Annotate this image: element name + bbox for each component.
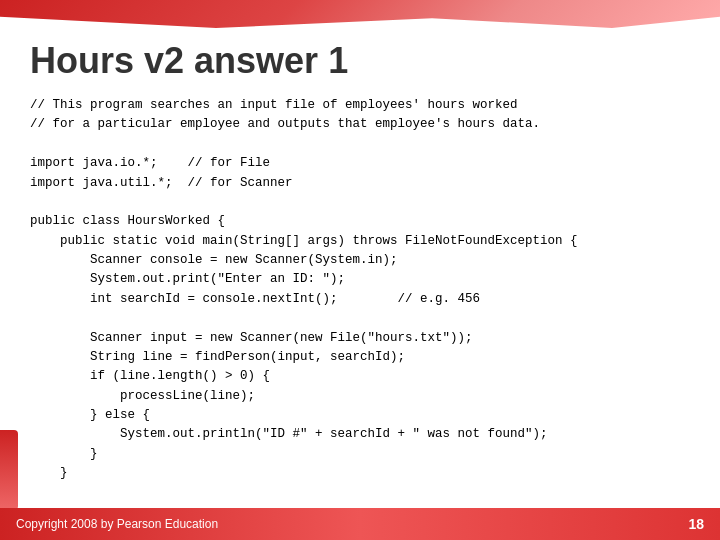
bottom-bar: Copyright 2008 by Pearson Education bbox=[0, 508, 720, 540]
slide-number: 18 bbox=[688, 516, 704, 532]
code-line-9: Scanner console = new Scanner(System.in)… bbox=[30, 251, 690, 270]
code-line-21 bbox=[30, 484, 690, 503]
code-line-2: // for a particular employee and outputs… bbox=[30, 115, 690, 134]
slide-title: Hours v2 answer 1 bbox=[30, 40, 690, 82]
top-banner bbox=[0, 0, 720, 28]
code-line-13: Scanner input = new Scanner(new File("ho… bbox=[30, 329, 690, 348]
code-line-16: processLine(line); bbox=[30, 387, 690, 406]
code-line-20: } bbox=[30, 464, 690, 483]
code-line-18: System.out.println("ID #" + searchId + "… bbox=[30, 425, 690, 444]
code-line-17: } else { bbox=[30, 406, 690, 425]
slide: Hours v2 answer 1 // This program search… bbox=[0, 0, 720, 540]
copyright-text: Copyright 2008 by Pearson Education bbox=[16, 517, 218, 531]
code-line-8: public static void main(String[] args) t… bbox=[30, 232, 690, 251]
code-line-14: String line = findPerson(input, searchId… bbox=[30, 348, 690, 367]
slide-content: Hours v2 answer 1 // This program search… bbox=[0, 28, 720, 508]
code-line-10: System.out.print("Enter an ID: "); bbox=[30, 270, 690, 289]
code-line-19: } bbox=[30, 445, 690, 464]
code-line-1: // This program searches an input file o… bbox=[30, 96, 690, 115]
code-line-15: if (line.length() > 0) { bbox=[30, 367, 690, 386]
code-block: // This program searches an input file o… bbox=[30, 96, 690, 522]
code-line-6 bbox=[30, 193, 690, 212]
code-line-7: public class HoursWorked { bbox=[30, 212, 690, 231]
code-line-12 bbox=[30, 309, 690, 328]
code-line-3 bbox=[30, 135, 690, 154]
code-line-4: import java.io.*; // for File bbox=[30, 154, 690, 173]
top-banner-graphic bbox=[0, 0, 720, 28]
code-line-5: import java.util.*; // for Scanner bbox=[30, 174, 690, 193]
code-line-11: int searchId = console.nextInt(); // e.g… bbox=[30, 290, 690, 309]
